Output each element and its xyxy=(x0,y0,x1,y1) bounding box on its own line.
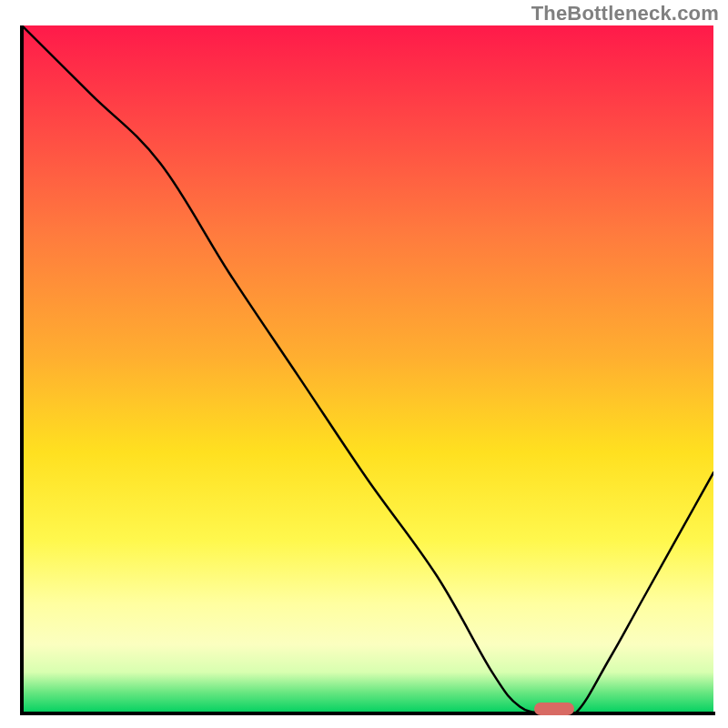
bottleneck-curve-path xyxy=(22,25,713,713)
watermark-text: TheBottleneck.com xyxy=(531,2,719,25)
optimal-marker xyxy=(534,703,574,715)
chart-container: TheBottleneck.com xyxy=(0,0,728,728)
bottleneck-curve-svg xyxy=(22,25,713,713)
